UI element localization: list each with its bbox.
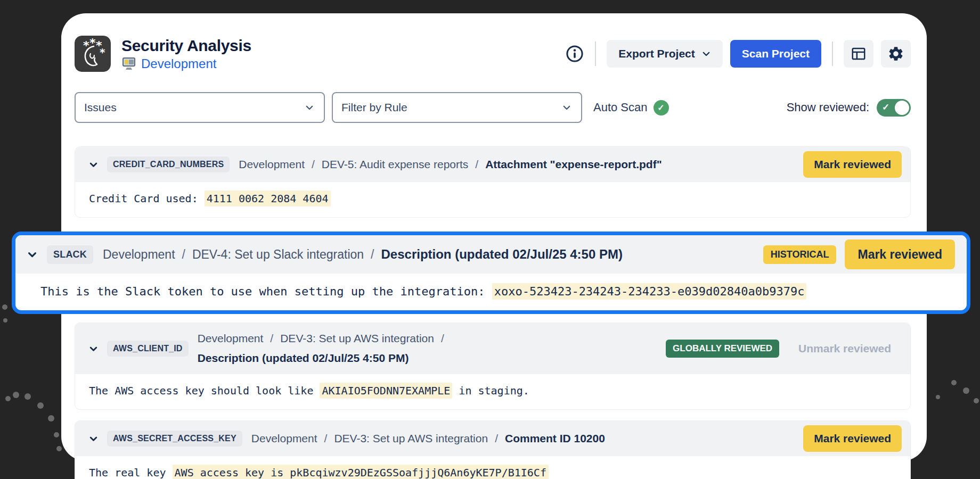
- content-prefix: The real key: [89, 466, 173, 479]
- issue-content: This is the Slack token to use when sett…: [15, 274, 967, 310]
- breadcrumb-project: Development: [198, 330, 264, 348]
- breadcrumb-location: Description (updated 02/Jul/25 4:50 PM): [381, 247, 623, 262]
- show-reviewed-label: Show reviewed:: [787, 101, 869, 114]
- breadcrumb-location: Attachment "expense-report.pdf": [485, 158, 662, 171]
- breadcrumb-separator: /: [475, 158, 478, 171]
- globally-reviewed-badge: GLOBALLY REVIEWED: [666, 340, 779, 358]
- breadcrumb-separator: /: [495, 432, 498, 445]
- issue-content: The AWS access key should look like AKIA…: [75, 374, 910, 409]
- breadcrumb-separator: /: [182, 247, 185, 262]
- issue-content: The real key AWS access key is pkBcqiwzv…: [75, 456, 910, 479]
- page-title: Security Analysis: [121, 37, 251, 55]
- breadcrumb-separator: /: [270, 330, 273, 348]
- breadcrumb-separator: /: [324, 432, 328, 445]
- layout-panel-icon: [851, 46, 867, 62]
- info-icon[interactable]: [565, 44, 584, 63]
- issue-row-aws-client-id: AWS_CLIENT_ID Development / DEV-3: Set u…: [75, 323, 911, 410]
- breadcrumb: Development / DEV-3: Set up AWS integrat…: [198, 330, 528, 367]
- detected-secret: AWS access key is pkBcqiwzv29DEzGSSoafjj…: [173, 465, 549, 479]
- issue-row-aws-secret-key: AWS_SECRET_ACCESS_KEY Development / DEV-…: [75, 420, 911, 479]
- mark-reviewed-button[interactable]: Mark reviewed: [845, 240, 955, 269]
- issues-dropdown-value: Issues: [84, 101, 117, 114]
- breadcrumb-separator: /: [312, 158, 315, 171]
- scan-project-button[interactable]: Scan Project: [730, 40, 821, 68]
- auto-scan-status: Auto Scan: [593, 100, 669, 115]
- collapse-chevron-icon[interactable]: [89, 434, 98, 443]
- mark-reviewed-button[interactable]: Mark reviewed: [803, 425, 902, 452]
- filter-bar: Issues Filter by Rule Auto Scan Show rev…: [75, 92, 911, 123]
- collapse-chevron-icon[interactable]: [89, 160, 98, 169]
- title-block: Security Analysis Development: [121, 37, 251, 71]
- toggle-knob: [895, 101, 909, 115]
- rule-chip: SLACK: [47, 245, 93, 264]
- detected-secret: 4111 0062 2084 4604: [205, 191, 331, 207]
- divider: [832, 42, 833, 66]
- header-controls: Export Project Scan Project: [565, 40, 911, 68]
- issues-dropdown[interactable]: Issues: [75, 92, 325, 123]
- project-avatar-icon: [121, 56, 136, 71]
- breadcrumb-separator: /: [371, 247, 374, 262]
- breadcrumb-issue: DEV-5: Audit expense reports: [322, 158, 469, 171]
- issue-header: SLACK Development / DEV-4: Set up Slack …: [15, 235, 967, 274]
- breadcrumb-separator: /: [441, 330, 444, 348]
- detected-secret: xoxo-523423-234243-234233-e039d02840a0b9…: [492, 283, 807, 300]
- rule-chip: AWS_SECRET_ACCESS_KEY: [107, 431, 242, 447]
- mark-reviewed-button[interactable]: Mark reviewed: [803, 151, 902, 178]
- breadcrumb-issue: DEV-3: Set up AWS integration: [334, 432, 488, 445]
- export-project-label: Export Project: [618, 47, 695, 60]
- breadcrumb: Development / DEV-5: Audit expense repor…: [239, 158, 662, 171]
- show-reviewed-toggle[interactable]: [877, 99, 911, 117]
- breadcrumb-project: Development: [239, 158, 305, 171]
- panel-layout-button[interactable]: [844, 40, 873, 68]
- app-header: * * * * Security Analysis Development: [75, 36, 911, 72]
- gear-icon: [887, 45, 904, 62]
- unmark-reviewed-button[interactable]: Unmark reviewed: [788, 335, 902, 362]
- issue-header: AWS_CLIENT_ID Development / DEV-3: Set u…: [75, 323, 910, 374]
- project-link[interactable]: Development: [141, 56, 216, 71]
- breadcrumb-location: Description (updated 02/Jul/25 4:50 PM): [198, 350, 409, 367]
- content-prefix: The AWS access key should look like: [89, 384, 320, 397]
- collapse-chevron-icon[interactable]: [27, 250, 37, 260]
- chevron-down-icon: [305, 103, 314, 112]
- breadcrumb: Development / DEV-4: Set up Slack integr…: [103, 247, 623, 262]
- rule-dropdown-placeholder: Filter by Rule: [341, 101, 407, 114]
- show-reviewed-control: Show reviewed:: [787, 99, 911, 117]
- issue-row-credit-card: CREDIT_CARD_NUMBERS Development / DEV-5:…: [75, 146, 911, 218]
- brand: * * * * Security Analysis Development: [75, 36, 251, 72]
- export-project-button[interactable]: Export Project: [607, 40, 723, 68]
- issue-header: CREDIT_CARD_NUMBERS Development / DEV-5:…: [75, 147, 910, 182]
- issue-content: Credit Card used: 4111 0062 2084 4604: [75, 182, 910, 217]
- breadcrumb: Development / DEV-3: Set up AWS integrat…: [251, 432, 605, 445]
- svg-text:*: *: [100, 46, 105, 59]
- chevron-down-icon: [701, 49, 711, 59]
- breadcrumb-location: Comment ID 10200: [505, 432, 605, 445]
- app-window: * * * * Security Analysis Development: [61, 13, 927, 461]
- chevron-down-icon: [562, 103, 571, 112]
- breadcrumb-project: Development: [103, 247, 175, 262]
- breadcrumb-issue: DEV-3: Set up AWS integration: [280, 330, 434, 348]
- app-logo-icon: * * * *: [75, 36, 111, 72]
- auto-scan-check-icon: [654, 100, 669, 115]
- issue-list: CREDIT_CARD_NUMBERS Development / DEV-5:…: [75, 146, 911, 479]
- breadcrumb-issue: DEV-4: Set up Slack integration: [192, 247, 364, 262]
- issue-header: AWS_SECRET_ACCESS_KEY Development / DEV-…: [75, 421, 910, 456]
- detected-secret: AKIAIO5FODNN7EXAMPLE: [320, 383, 452, 399]
- breadcrumb-project: Development: [251, 432, 317, 445]
- content-prefix: Credit Card used:: [89, 192, 205, 205]
- content-prefix: This is the Slack token to use when sett…: [40, 285, 492, 298]
- rule-chip: AWS_CLIENT_ID: [107, 341, 189, 357]
- auto-scan-label: Auto Scan: [593, 101, 648, 114]
- collapse-chevron-icon[interactable]: [89, 344, 98, 353]
- issue-row-slack-selected: SLACK Development / DEV-4: Set up Slack …: [12, 232, 970, 314]
- filter-by-rule-dropdown[interactable]: Filter by Rule: [332, 92, 582, 123]
- historical-badge: HISTORICAL: [763, 245, 837, 264]
- rule-chip: CREDIT_CARD_NUMBERS: [107, 156, 230, 172]
- settings-button[interactable]: [881, 40, 911, 68]
- divider: [595, 42, 596, 66]
- content-suffix: in staging.: [452, 384, 529, 397]
